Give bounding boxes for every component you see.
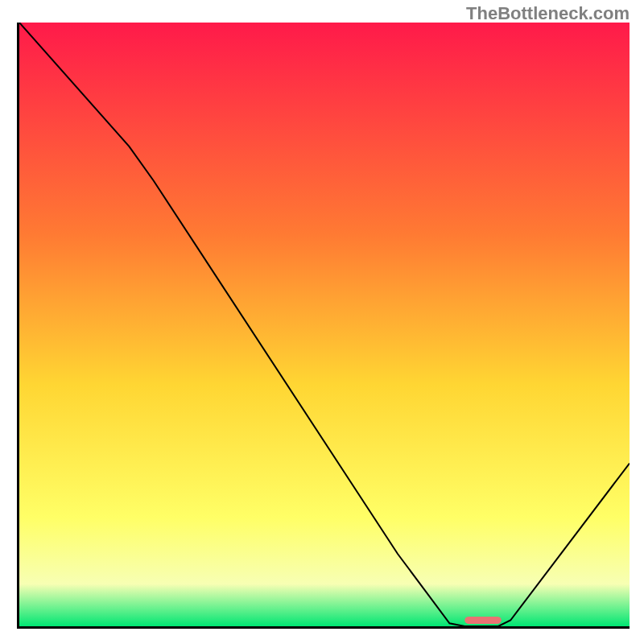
target-marker [464,617,502,624]
gradient-background [19,23,630,626]
watermark-text: TheBottleneck.com [466,3,630,24]
chart-container: TheBottleneck.com [0,0,644,644]
chart-svg [19,23,630,626]
